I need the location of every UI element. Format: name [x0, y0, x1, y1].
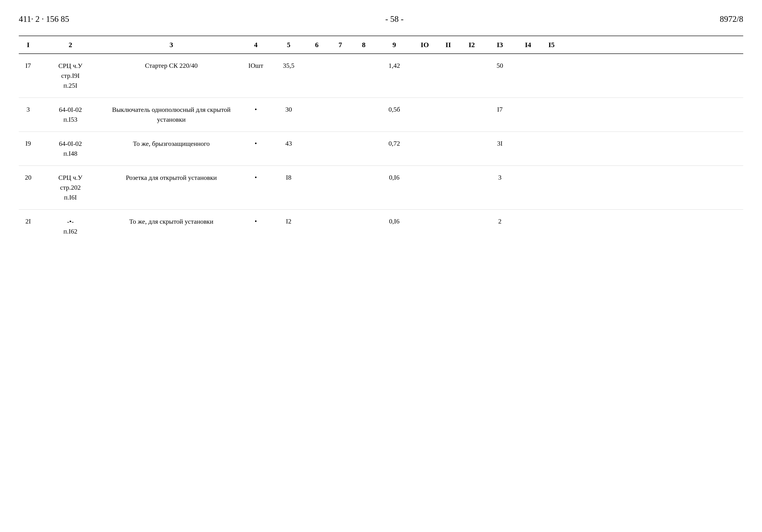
col-header-10: IO — [413, 41, 436, 49]
col-header-4: 4 — [239, 41, 272, 49]
row5-col2-l2: п.I62 — [38, 227, 103, 236]
col-header-8: 8 — [352, 41, 375, 49]
header-right: 8972/8 — [720, 14, 743, 24]
row4-col2-l1: СРЦ ч.У — [38, 173, 103, 183]
row4-col4: • — [239, 173, 272, 182]
table-row: I9 64-0I-02 п.I48 То же, брызгозащищенно… — [19, 132, 743, 166]
table-row: 2I -•- п.I62 То же, для скрытой установк… — [19, 210, 743, 243]
row4-col3: Розетка для открытой установки — [103, 173, 239, 183]
col-header-1: I — [19, 41, 38, 49]
row5-col5: I2 — [272, 217, 305, 226]
col-header-2: 2 — [38, 41, 103, 49]
col-header-6: 6 — [305, 41, 329, 49]
col-header-3: 3 — [103, 41, 239, 49]
row2-col9: 0,5б — [375, 105, 413, 114]
pre-header — [19, 31, 743, 35]
row1-col5: 35,5 — [272, 61, 305, 70]
row1-col3: Стартер СК 220/40 — [103, 61, 239, 70]
row1-col9: 1,42 — [375, 61, 413, 70]
row3-col3: То же, брызгозащищенного — [103, 139, 239, 149]
col-header-15: I5 — [540, 41, 563, 49]
row3-col13: 3I — [484, 139, 516, 148]
row4-col2: СРЦ ч.У стр.202 п.I6I — [38, 173, 103, 202]
row2-col2-l1: 64-0I-02 — [38, 105, 103, 115]
col-header-9: 9 — [375, 41, 413, 49]
row4-col2-l3: п.I6I — [38, 192, 103, 202]
col-header-14: I4 — [516, 41, 540, 49]
table-header: I 2 3 4 5 6 7 8 9 IO II I2 I3 I4 I5 — [19, 35, 743, 54]
row1-col1: I7 — [19, 61, 38, 70]
col-header-5: 5 — [272, 41, 305, 49]
row3-col2: 64-0I-02 п.I48 — [38, 139, 103, 159]
table-row: 20 СРЦ ч.У стр.202 п.I6I Розетка для отк… — [19, 166, 743, 210]
row3-col5: 43 — [272, 139, 305, 148]
page-header: 411· 2 · 156 85 - 58 - 8972/8 — [19, 14, 743, 24]
row1-col2-l1: СРЦ ч.У — [38, 61, 103, 71]
table-row: 3 64-0I-02 п.I53 Выключатель однополюсны… — [19, 98, 743, 132]
row1-col2-l2: стр.I9I — [38, 71, 103, 81]
row5-col3: То же, для скрытой установки — [103, 217, 239, 227]
row2-col3: Выключатель однополюсный для скрытой уст… — [103, 105, 239, 124]
row3-col9: 0,72 — [375, 139, 413, 148]
row2-col5: 30 — [272, 105, 305, 114]
header-left: 411· 2 · 156 85 — [19, 14, 69, 24]
row2-col2-l2: п.I53 — [38, 115, 103, 124]
row3-col4: • — [239, 139, 272, 148]
row1-col2: СРЦ ч.У стр.I9I п.25I — [38, 61, 103, 91]
row3-col1: I9 — [19, 139, 38, 148]
row1-col13: 50 — [484, 61, 516, 70]
row2-col4: • — [239, 105, 272, 114]
row4-col1: 20 — [19, 173, 38, 182]
row4-col5: I8 — [272, 173, 305, 182]
header-center: - 58 - — [385, 14, 404, 24]
col-header-12: I2 — [460, 41, 484, 49]
row3-col2-l1: 64-0I-02 — [38, 139, 103, 149]
row5-col1: 2I — [19, 217, 38, 226]
row5-col2: -•- п.I62 — [38, 217, 103, 236]
main-table: I 2 3 4 5 6 7 8 9 IO II I2 I3 I4 I5 I7 С… — [19, 31, 743, 243]
row4-col2-l2: стр.202 — [38, 183, 103, 192]
row5-col2-l1: -•- — [38, 217, 103, 227]
row4-col13: 3 — [484, 173, 516, 182]
col-header-13: I3 — [484, 41, 516, 49]
col-header-11: II — [436, 41, 460, 49]
row1-col4: IOшт — [239, 61, 272, 70]
row2-col2: 64-0I-02 п.I53 — [38, 105, 103, 124]
row4-col9: 0,I6 — [375, 173, 413, 182]
row2-col13: I7 — [484, 105, 516, 114]
row3-col2-l2: п.I48 — [38, 149, 103, 159]
row5-col4: • — [239, 217, 272, 226]
row2-col1: 3 — [19, 105, 38, 114]
row1-col2-l3: п.25I — [38, 81, 103, 91]
row5-col13: 2 — [484, 217, 516, 226]
table-row: I7 СРЦ ч.У стр.I9I п.25I Стартер СК 220/… — [19, 54, 743, 98]
col-header-7: 7 — [329, 41, 352, 49]
row5-col9: 0,I6 — [375, 217, 413, 226]
